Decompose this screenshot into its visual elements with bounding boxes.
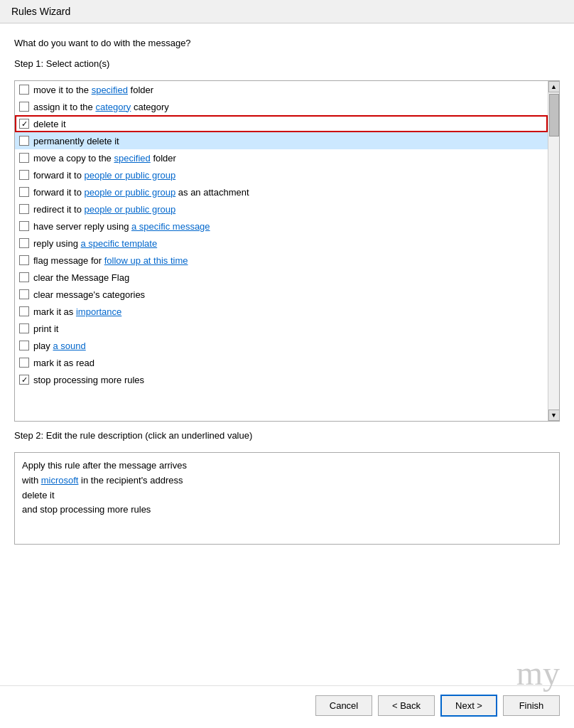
action-text: delete it — [33, 119, 66, 129]
question-text: What do you want to do with the message? — [14, 38, 560, 48]
description-line: Apply this rule after the message arrive… — [22, 459, 552, 473]
action-checkbox[interactable] — [19, 221, 29, 231]
list-item[interactable]: assign it to the category category — [15, 98, 548, 115]
action-checkbox[interactable] — [19, 358, 29, 368]
list-item[interactable]: print it — [15, 320, 548, 337]
action-text: reply using a specific template — [33, 238, 157, 249]
list-item[interactable]: forward it to people or public group as … — [15, 183, 548, 200]
list-item[interactable]: stop processing more rules — [15, 371, 548, 388]
list-item[interactable]: forward it to people or public group — [15, 166, 548, 183]
action-link[interactable]: people or public group — [85, 204, 176, 215]
action-text: play a sound — [33, 341, 86, 351]
description-link[interactable]: microsoft — [41, 475, 79, 486]
action-text: have server reply using a specific messa… — [33, 221, 210, 232]
action-checkbox[interactable] — [19, 170, 29, 180]
action-link[interactable]: importance — [76, 306, 121, 317]
action-checkbox[interactable] — [19, 306, 29, 316]
action-checkbox[interactable] — [19, 204, 29, 214]
back-button[interactable]: < Back — [378, 695, 435, 716]
action-link[interactable]: a specific message — [131, 221, 210, 232]
list-item[interactable]: delete it — [15, 115, 548, 132]
action-text: redirect it to people or public group — [33, 204, 175, 215]
action-text: clear the Message Flag — [33, 272, 129, 283]
action-text: forward it to people or public group as … — [33, 187, 249, 198]
action-checkbox[interactable] — [19, 85, 29, 95]
list-item[interactable]: have server reply using a specific messa… — [15, 218, 548, 235]
title-bar: Rules Wizard — [0, 0, 574, 23]
action-text: mark it as importance — [33, 306, 121, 317]
action-text: forward it to people or public group — [33, 170, 175, 181]
list-item[interactable]: move a copy to the specified folder — [15, 149, 548, 166]
finish-button[interactable]: Finish — [503, 695, 560, 716]
action-checkbox[interactable] — [19, 153, 29, 163]
action-text: move it to the specified folder — [33, 85, 153, 95]
action-checkbox[interactable] — [19, 119, 29, 129]
list-item[interactable]: mark it as read — [15, 354, 548, 371]
list-item[interactable]: clear message's categories — [15, 286, 548, 303]
list-item[interactable]: flag message for follow up at this time — [15, 252, 548, 269]
action-checkbox[interactable] — [19, 289, 29, 299]
action-checkbox[interactable] — [19, 323, 29, 333]
action-text: print it — [33, 323, 58, 334]
action-text: stop processing more rules — [33, 375, 144, 385]
step1-label: Step 1: Select action(s) — [14, 58, 560, 69]
description-line: with microsoft in the recipient's addres… — [22, 473, 552, 488]
cancel-button[interactable]: Cancel — [315, 695, 372, 716]
list-item[interactable]: mark it as importance — [15, 303, 548, 320]
actions-list-container: move it to the specified folderassign it… — [14, 80, 560, 422]
action-link[interactable]: follow up at this time — [104, 255, 188, 266]
description-line: and stop processing more rules — [22, 503, 552, 518]
action-text: clear message's categories — [33, 289, 145, 300]
list-item[interactable]: redirect it to people or public group — [15, 200, 548, 218]
action-checkbox[interactable] — [19, 136, 29, 146]
action-link[interactable]: people or public group — [85, 187, 176, 198]
description-line: delete it — [22, 488, 552, 503]
list-item[interactable]: reply using a specific template — [15, 235, 548, 252]
dialog-title: Rules Wizard — [11, 6, 70, 17]
scroll-down-button[interactable]: ▼ — [548, 410, 560, 421]
rules-wizard-dialog: Rules Wizard What do you want to do with… — [0, 0, 574, 728]
action-checkbox[interactable] — [19, 102, 29, 112]
action-link[interactable]: specified — [92, 85, 128, 95]
action-link[interactable]: category — [95, 102, 131, 112]
rule-description-box: Apply this rule after the message arrive… — [14, 452, 560, 545]
next-button[interactable]: Next > — [440, 695, 497, 717]
scrollbar[interactable]: ▲ ▼ — [548, 81, 559, 421]
actions-list-scroll[interactable]: move it to the specified folderassign it… — [15, 81, 548, 421]
action-text: mark it as read — [33, 358, 94, 368]
action-checkbox[interactable] — [19, 375, 29, 385]
action-checkbox[interactable] — [19, 238, 29, 248]
list-item[interactable]: play a sound — [15, 337, 548, 354]
action-text: flag message for follow up at this time — [33, 255, 188, 266]
dialog-content: What do you want to do with the message?… — [0, 23, 574, 685]
action-checkbox[interactable] — [19, 255, 29, 265]
dialog-footer: Cancel < Back Next > Finish my — [0, 685, 574, 728]
action-link[interactable]: people or public group — [85, 170, 176, 181]
action-text: move a copy to the specified folder — [33, 153, 176, 164]
action-link[interactable]: a sound — [53, 341, 85, 351]
action-link[interactable]: a specific template — [80, 238, 157, 249]
action-text: permanently delete it — [33, 136, 119, 146]
action-link[interactable]: specified — [114, 153, 150, 164]
action-checkbox[interactable] — [19, 272, 29, 282]
action-checkbox[interactable] — [19, 341, 29, 350]
scrollbar-thumb[interactable] — [549, 94, 559, 136]
list-item[interactable]: clear the Message Flag — [15, 269, 548, 286]
step2-label: Step 2: Edit the rule description (click… — [14, 430, 560, 441]
action-checkbox[interactable] — [19, 187, 29, 197]
action-text: assign it to the category category — [33, 102, 169, 112]
list-item[interactable]: permanently delete it — [15, 132, 548, 149]
scroll-up-button[interactable]: ▲ — [548, 81, 560, 92]
scrollbar-thumb-area — [548, 92, 559, 410]
list-item[interactable]: move it to the specified folder — [15, 81, 548, 98]
